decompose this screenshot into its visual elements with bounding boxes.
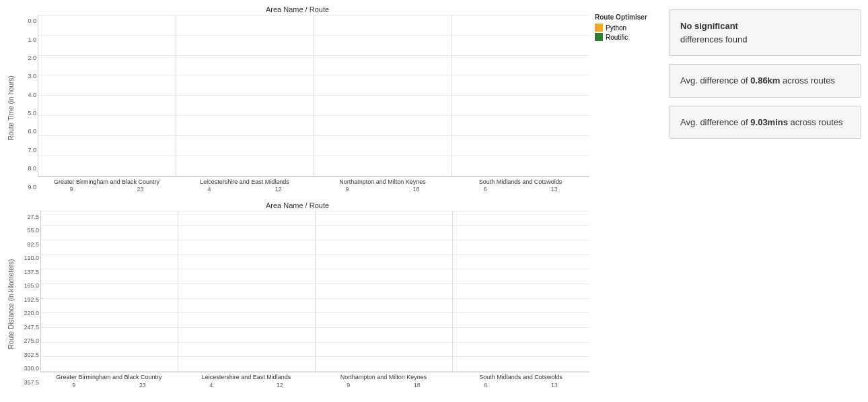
route-groups-3-bottom [318,211,449,372]
area-section-1-bottom [41,211,178,372]
info-box-2-bold: 0.86km [750,75,780,86]
route-groups-1-bottom [44,211,175,372]
bars-grid-top [38,15,589,177]
x-area-label-1-top: Greater Birmingham and Black Country 9 2… [38,177,176,201]
x-area-label-3-top: Northampton and Milton Keynes 9 18 [314,177,451,201]
info-box-1: No significant differences found [669,9,861,56]
info-boxes: No significant differences found Avg. di… [666,0,868,402]
legend-label-python: Python [606,24,626,32]
route-numbers-2-top: 4 12 [176,186,314,193]
legend-color-python [595,24,603,32]
chart-bottom-title: Area Name / Route [5,201,589,209]
route-numbers-4-top: 6 13 [451,186,589,193]
route-numbers-1-bottom: 9 23 [40,382,178,389]
route-groups-3-top [317,15,449,176]
legend-item-python: Python [595,24,663,32]
info-box-3: Avg. difference of 9.03mins across route… [669,106,861,139]
info-box-2-pre: Avg. difference of [680,75,750,86]
route-numbers-1-top: 9 23 [38,186,176,193]
x-axis-labels-top: Greater Birmingham and Black Country 9 2… [38,177,589,201]
area-section-4-bottom [453,211,589,372]
area-name-3-bottom: Northampton and Milton Keynes [340,374,427,381]
info-box-3-bold: 9.03mins [750,117,788,127]
x-area-label-1-bottom: Greater Birmingham and Black Country 9 2… [40,372,178,397]
route-groups-4-top [455,15,587,176]
x-area-label-2-top: Leicestershire and East Midlands 4 12 [176,177,314,201]
x-area-label-4-top: South Midlands and Cotswolds 6 13 [451,177,589,201]
bar-groups-top [38,15,589,176]
area-name-1-top: Greater Birmingham and Black Country [54,178,159,186]
area-name-4-top: South Midlands and Cotswolds [479,178,563,186]
info-box-2-post: across routes [780,75,835,86]
x-axis-labels-bottom: Greater Birmingham and Black Country 9 2… [40,372,589,397]
area-section-3-top [314,15,452,176]
chart-bottom-inner: Route Distance (in kilometers) 357.5 330… [5,211,589,397]
route-numbers-2-bottom: 4 12 [178,382,315,389]
legend-color-routific [595,33,603,41]
area-section-1-top [38,15,176,176]
area-name-1-bottom: Greater Birmingham and Black Country [56,374,161,381]
route-groups-2-bottom [181,211,312,372]
area-name-2-bottom: Leicestershire and East Midlands [202,374,291,381]
y-axis-label-bottom: Route Distance (in kilometers) [5,211,16,397]
route-groups-2-top [179,15,311,176]
area-name-4-bottom: South Midlands and Cotswolds [479,374,563,381]
bar-groups-bottom [41,211,589,372]
legend-item-routific: Routific [595,33,663,41]
y-axis-ticks-top: 9.0 8.0 7.0 6.0 5.0 4.0 3.0 2.0 1.0 0.0 [16,15,38,201]
area-section-4-top [452,15,589,176]
x-area-label-3-bottom: Northampton and Milton Keynes 9 18 [315,372,452,397]
chart-top-title: Area Name / Route [5,5,589,13]
charts-area: Area Name / Route Route Time (in hours) … [0,0,592,402]
route-groups-1-top [41,15,173,176]
route-numbers-3-top: 9 18 [314,186,451,193]
area-section-2-top [176,15,314,176]
route-groups-4-bottom [456,211,587,372]
info-box-1-bold: No significant [680,21,738,31]
route-numbers-4-bottom: 6 13 [452,382,589,389]
chart-top: Area Name / Route Route Time (in hours) … [5,5,589,201]
x-area-label-2-bottom: Leicestershire and East Midlands 4 12 [178,372,315,397]
info-box-2: Avg. difference of 0.86km across routes [669,64,861,98]
x-area-label-4-bottom: South Midlands and Cotswolds 6 13 [452,372,589,397]
info-box-3-post: across routes [788,117,843,127]
chart-top-plot: Greater Birmingham and Black Country 9 2… [38,15,589,201]
chart-bottom-plot: Greater Birmingham and Black Country 9 2… [40,211,589,397]
legend-label-routific: Routific [606,34,628,41]
area-name-3-top: Northampton and Milton Keynes [339,178,426,186]
route-numbers-3-bottom: 9 18 [315,382,452,389]
area-section-3-bottom [316,211,453,372]
bars-grid-bottom [40,211,589,373]
y-axis-ticks-bottom: 357.5 330.0 302.5 275.0 247.5 220.0 192.… [16,211,40,397]
legend-area: Route Optimiser Python Routific [592,0,666,402]
legend-title: Route Optimiser [595,13,663,21]
info-box-3-pre: Avg. difference of [680,117,750,127]
area-name-2-top: Leicestershire and East Midlands [200,178,289,186]
info-box-1-normal: differences found [680,34,748,44]
chart-top-inner: Route Time (in hours) 9.0 8.0 7.0 6.0 5.… [5,15,589,201]
chart-bottom: Area Name / Route Route Distance (in kil… [5,201,589,397]
area-section-2-bottom [178,211,316,372]
y-axis-label-top: Route Time (in hours) [5,15,16,201]
main-container: Area Name / Route Route Time (in hours) … [0,0,868,402]
